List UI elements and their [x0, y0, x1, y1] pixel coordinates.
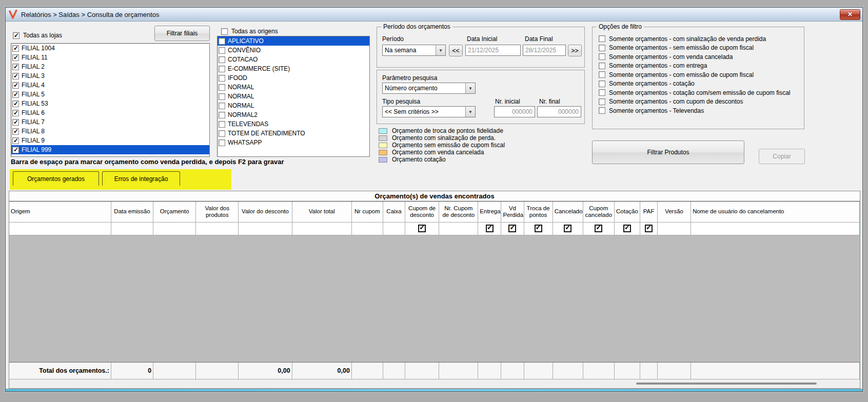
column-header-cancelado[interactable]: Cancelado — [553, 202, 583, 222]
checkbox-icon[interactable] — [13, 32, 19, 39]
store-list-item[interactable]: FILIAL 1004 — [11, 44, 209, 53]
filter-option[interactable]: Somente orçamentos - cotação com/sem emi… — [599, 88, 801, 97]
origin-list-item[interactable]: NORMAL — [218, 101, 369, 110]
store-list-item[interactable]: FILIAL 4 — [11, 81, 209, 90]
checkbox-icon[interactable] — [219, 84, 225, 91]
column-header-versao[interactable]: Versão — [658, 202, 691, 222]
checkbox-icon[interactable] — [219, 103, 225, 109]
checkbox-icon[interactable] — [219, 66, 225, 72]
grid-empty-area[interactable] — [9, 235, 860, 363]
store-list-item[interactable]: FILIAL 6 — [11, 108, 209, 117]
column-header-troca-pontos[interactable]: Troca de pontos — [524, 202, 553, 222]
origin-list-item[interactable]: CONVÊNIO — [218, 46, 369, 55]
next-period-button[interactable]: >> — [568, 45, 582, 56]
all-stores-checkbox[interactable]: Todas as lojas — [13, 32, 62, 39]
checkbox-icon[interactable] — [12, 119, 19, 126]
filter-branches-button[interactable]: Filtrar filiais — [154, 26, 210, 41]
store-list-item[interactable]: FILIAL 9 — [11, 136, 209, 145]
origin-list-item[interactable]: E-COMMERCE (SITE) — [218, 64, 369, 73]
checkbox-icon[interactable] — [219, 38, 225, 45]
period-combobox[interactable]: Na semana ▼ — [382, 45, 446, 56]
checkbox-icon[interactable] — [599, 45, 605, 51]
tab-orcamentos-gerados[interactable]: Orçamentos gerados — [13, 171, 99, 186]
checkbox-icon[interactable] — [599, 63, 605, 69]
origin-list-item[interactable]: WHATSAPP — [218, 138, 369, 147]
store-list-item[interactable]: FILIAL 53 — [11, 99, 209, 108]
start-date-field[interactable]: 21/12/2025 — [465, 45, 521, 56]
checkbox-icon[interactable] — [219, 121, 225, 128]
origin-list-item[interactable]: NORMAL — [218, 83, 369, 92]
filter-option[interactable]: Somente orçamentos - com emissão de cupo… — [599, 70, 801, 79]
paf-filter-checkbox[interactable] — [645, 225, 653, 232]
checkbox-icon[interactable] — [219, 130, 225, 137]
column-header-cupom-cancelado[interactable]: Cupom cancelado — [583, 202, 614, 222]
column-header-origem[interactable]: Origem — [9, 202, 111, 222]
nr-end-field[interactable]: 000000 — [537, 106, 581, 117]
checkbox-icon[interactable] — [219, 56, 225, 63]
column-header-paf[interactable]: PAF — [640, 202, 657, 222]
title-bar[interactable]: Relatórios > Saídas > Consulta de orçame… — [6, 8, 862, 22]
cotacao-filter-checkbox[interactable] — [623, 225, 631, 232]
column-header-nr-cupom-desconto[interactable]: Nr. Cupom de desconto — [439, 202, 478, 222]
troca-pontos-filter-checkbox[interactable] — [535, 225, 542, 232]
column-header-vd-perdida[interactable]: Vd Perdida — [501, 202, 524, 222]
checkbox-icon[interactable] — [599, 53, 605, 60]
origin-list-item[interactable]: TOTEM DE ATENDIMENTO — [218, 129, 369, 138]
checkbox-icon[interactable] — [12, 45, 19, 52]
chevron-down-icon[interactable]: ▼ — [436, 45, 445, 55]
checkbox-icon[interactable] — [12, 128, 19, 135]
column-header-valor-produtos[interactable]: Valor dos produtos — [196, 202, 239, 222]
close-button[interactable]: ✕ — [840, 9, 860, 20]
stores-listbox[interactable]: FILIAL 1004 FILIAL 11 FILIAL 2 FILIAL 3 … — [11, 43, 210, 157]
filter-products-button[interactable]: Filtrar Produtos — [592, 140, 744, 164]
previous-period-button[interactable]: << — [449, 45, 463, 56]
entrega-filter-checkbox[interactable] — [486, 225, 494, 232]
store-list-item[interactable]: FILIAL 999 — [11, 145, 209, 154]
column-header-nr-cupom[interactable]: Nr cupom — [351, 202, 383, 222]
checkbox-icon[interactable] — [12, 54, 19, 61]
filter-option[interactable]: Somente orçamentos - sem emissão de cupo… — [599, 44, 801, 53]
column-header-orcamento[interactable]: Orçamento — [153, 202, 196, 222]
tab-erros-integracao[interactable]: Erros de integração — [102, 171, 180, 186]
store-list-item[interactable]: FILIAL 2 — [11, 62, 209, 71]
copy-button[interactable]: Copiar — [759, 149, 805, 164]
checkbox-icon[interactable] — [12, 137, 19, 144]
checkbox-icon[interactable] — [219, 93, 225, 100]
store-list-item[interactable]: FILIAL 8 — [11, 127, 209, 136]
search-param-combobox[interactable]: Número orçamento ▼ — [382, 83, 476, 94]
checkbox-icon[interactable] — [12, 100, 19, 107]
column-header-cupom-desconto[interactable]: Cupom de desconto — [405, 202, 439, 222]
search-type-combobox[interactable]: << Sem critérios >> ▼ — [382, 106, 476, 117]
cupom-desconto-filter-checkbox[interactable] — [418, 225, 426, 232]
store-list-item[interactable]: FILIAL 7 — [11, 117, 209, 127]
checkbox-icon[interactable] — [12, 147, 19, 153]
filter-option[interactable]: Somente orçamentos - com venda cancelada — [599, 52, 801, 62]
filter-option[interactable]: Somente orçamentos - com sinalização de … — [599, 34, 801, 44]
column-header-data-emissao[interactable]: Data emissão — [111, 202, 153, 222]
column-header-valor-total[interactable]: Valor total — [292, 202, 351, 222]
checkbox-icon[interactable] — [599, 35, 605, 42]
column-header-caixa[interactable]: Caixa — [383, 202, 405, 222]
origin-list-item[interactable]: IFOOD — [218, 73, 369, 83]
checkbox-icon[interactable] — [12, 64, 19, 70]
vd-perdida-filter-checkbox[interactable] — [508, 225, 516, 232]
filter-option[interactable]: Somente orçamentos - com entrega — [599, 62, 801, 71]
filter-option[interactable]: Somente orçamentos - Televendas — [599, 106, 801, 115]
column-header-entrega[interactable]: Entrega — [478, 202, 501, 222]
checkbox-icon[interactable] — [12, 110, 19, 116]
filter-option[interactable]: Somente orçamentos - com cupom de descon… — [599, 97, 801, 107]
cupom-cancelado-filter-checkbox[interactable] — [595, 225, 602, 232]
origin-list-item[interactable]: COTACAO — [218, 55, 369, 64]
checkbox-icon[interactable] — [219, 112, 225, 118]
origins-listbox[interactable]: APLICATIVO CONVÊNIO COTACAO E-COMMERCE (… — [217, 36, 370, 157]
checkbox-icon[interactable] — [12, 73, 19, 79]
checkbox-icon[interactable] — [599, 71, 605, 78]
chevron-down-icon[interactable]: ▼ — [465, 83, 475, 93]
end-date-field[interactable]: 28/12/2025 — [523, 45, 566, 56]
checkbox-icon[interactable] — [219, 47, 225, 54]
checkbox-icon[interactable] — [221, 28, 228, 35]
store-list-item[interactable]: FILIAL 11 — [11, 53, 209, 62]
filter-option[interactable]: Somente orçamentos - cotação — [599, 79, 801, 89]
column-header-valor-desconto[interactable]: Valor do desconto — [239, 202, 292, 222]
nr-start-field[interactable]: 000000 — [494, 106, 535, 117]
